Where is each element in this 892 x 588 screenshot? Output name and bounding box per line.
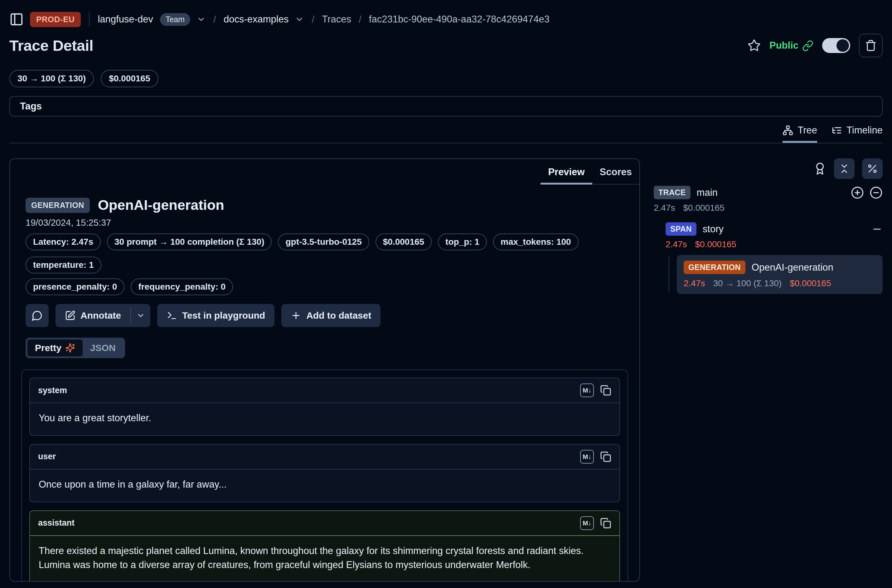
metrics-percent-button[interactable] (862, 158, 883, 179)
format-pretty-segment[interactable]: Pretty (27, 339, 83, 356)
trash-icon (865, 40, 877, 51)
chevron-down-icon (136, 311, 145, 320)
trace-latency: 2.47s (654, 203, 675, 213)
tab-preview[interactable]: Preview (541, 162, 592, 184)
token-usage-pill: 30 → 100 (Σ 130) (9, 70, 94, 87)
tree-node-span[interactable]: SPAN story 2.47s $0.000165 (665, 222, 883, 249)
link-icon (802, 40, 813, 51)
markdown-toggle-icon[interactable]: M↓ (580, 516, 594, 530)
view-tabs: Tree Timeline (9, 125, 883, 143)
collapse-node-icon[interactable] (871, 224, 883, 235)
playground-label: Test in playground (182, 310, 265, 321)
markdown-toggle-icon[interactable]: M↓ (580, 450, 594, 464)
generation-badge: GENERATION (684, 261, 745, 274)
trace-detail-page: PROD-EU langfuse-dev Team / docs-example… (0, 0, 892, 582)
star-icon[interactable] (748, 39, 761, 52)
trace-tree: TRACE main 2.47s (654, 186, 883, 294)
assistant-paragraph: At the heart of Lumina stood the towerin… (39, 579, 611, 582)
observation-panel: Preview Scores GENERATION OpenAI-generat… (9, 158, 640, 582)
trace-name: main (697, 187, 718, 198)
copy-icon[interactable] (600, 451, 611, 462)
breadcrumb-separator: / (359, 14, 362, 25)
cost-pill: $0.000165 (101, 70, 158, 87)
zoom-in-icon[interactable] (851, 186, 864, 199)
breadcrumb-org[interactable]: langfuse-dev (98, 14, 153, 25)
markdown-toggle-icon[interactable]: M↓ (580, 384, 594, 397)
chevron-down-icon[interactable] (295, 15, 304, 24)
json-label: JSON (90, 343, 116, 353)
pen-square-icon (65, 310, 75, 321)
collapse-all-button[interactable] (834, 158, 854, 179)
public-link[interactable]: Public (769, 40, 813, 51)
zoom-out-icon[interactable] (869, 186, 883, 199)
generation-latency: 2.47s (684, 278, 705, 288)
tree-node-trace[interactable]: TRACE main 2.47s (654, 186, 883, 213)
comment-button[interactable] (26, 304, 49, 327)
terminal-icon (167, 310, 177, 321)
frequency-penalty-pill: frequency_penalty: 0 (131, 278, 233, 295)
annotate-button[interactable]: Annotate (56, 304, 131, 327)
trace-cost: $0.000165 (683, 203, 725, 213)
environment-badge[interactable]: PROD-EU (30, 12, 81, 27)
observation-pills-row1: Latency: 2.47s 30 prompt → 100 completio… (10, 234, 640, 273)
tree-icon (782, 125, 793, 136)
chevron-down-icon[interactable] (197, 15, 206, 24)
breadcrumb-traces[interactable]: Traces (322, 14, 351, 25)
test-in-playground-button[interactable]: Test in playground (157, 304, 275, 327)
message-content: There existed a majestic planet called L… (30, 536, 619, 582)
toggle-knob (836, 39, 849, 52)
temperature-pill: temperature: 1 (26, 256, 101, 273)
tab-tree-label: Tree (797, 125, 817, 136)
token-pill: 30 prompt → 100 completion (Σ 130) (107, 234, 272, 250)
copy-icon[interactable] (600, 518, 611, 529)
panel-tabs: Preview Scores (546, 159, 640, 184)
presence-penalty-pill: presence_penalty: 0 (26, 278, 125, 295)
copy-icon[interactable] (600, 385, 611, 396)
model-pill[interactable]: gpt-3.5-turbo-0125 (278, 234, 369, 250)
public-label: Public (769, 40, 799, 51)
observation-pills-row2: presence_penalty: 0 frequency_penalty: 0 (10, 278, 640, 295)
tree-node-generation[interactable]: GENERATION OpenAI-generation 2.47s 30 → … (677, 255, 883, 294)
message-assistant: assistant M↓ There existed a majestic pl… (29, 510, 620, 582)
tree-node-generation-wrap: GENERATION OpenAI-generation 2.47s 30 → … (677, 255, 883, 294)
tags-box[interactable]: Tags (9, 96, 883, 117)
latency-pill: Latency: 2.47s (26, 234, 101, 250)
award-icon[interactable] (813, 162, 826, 175)
format-json-segment[interactable]: JSON (83, 339, 123, 356)
format-toggle: Pretty JSON (26, 338, 125, 358)
trace-badge: TRACE (654, 186, 691, 199)
add-to-dataset-button[interactable]: Add to dataset (281, 304, 380, 327)
plus-icon (291, 310, 301, 321)
breadcrumb-project[interactable]: docs-examples (224, 14, 288, 25)
add-to-dataset-label: Add to dataset (306, 310, 371, 321)
tab-timeline-label: Timeline (847, 125, 883, 136)
message-user: user M↓ Once upon a time in a galaxy far… (29, 444, 620, 502)
message-system: system M↓ You are a great storyteller. (29, 378, 620, 436)
generation-tokens: 30 → 100 (Σ 130) (713, 278, 782, 288)
messages-container: system M↓ You are a great storyteller. u… (21, 369, 628, 582)
public-toggle[interactable] (822, 38, 850, 53)
delete-trace-button[interactable] (859, 34, 883, 57)
annotate-label: Annotate (81, 310, 121, 321)
assistant-paragraph: There existed a majestic planet called L… (39, 544, 611, 572)
max-tokens-pill: max_tokens: 100 (493, 234, 578, 250)
tab-scores[interactable]: Scores (592, 162, 640, 184)
message-content: Once upon a time in a galaxy far, far aw… (30, 470, 619, 502)
tab-tree[interactable]: Tree (782, 125, 817, 143)
breadcrumb-trace-id: fac231bc-90ee-490a-aa32-78c4269474e3 (369, 14, 550, 25)
title-actions: Public (748, 34, 883, 57)
timeline-icon (832, 125, 842, 136)
message-role: user (38, 452, 56, 461)
span-name: story (703, 224, 724, 235)
observation-timestamp: 19/03/2024, 15:25:37 (26, 218, 624, 228)
trace-tree-panel: TRACE main 2.47s (654, 158, 883, 294)
span-badge: SPAN (665, 222, 697, 236)
observation-actions: Annotate Test in playground Add to datas… (10, 304, 640, 327)
message-role: system (38, 386, 67, 395)
annotate-dropdown-button[interactable] (131, 304, 150, 327)
breadcrumb-separator: / (213, 14, 216, 25)
chevrons-collapse-icon (839, 163, 850, 174)
tab-timeline[interactable]: Timeline (832, 125, 883, 143)
trace-metric-pills: 30 → 100 (Σ 130) $0.000165 (9, 70, 883, 87)
sidebar-toggle-icon[interactable] (9, 12, 24, 27)
